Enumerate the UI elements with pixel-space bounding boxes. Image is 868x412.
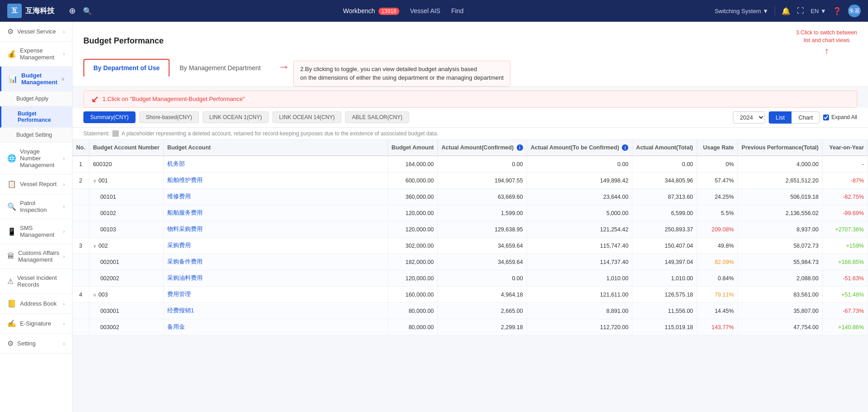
sidebar: ⚙ Vessel Service › 💰 ExpenseManagement ›… [0,22,73,412]
tab-annotation-row: By Department of Use By Management Depar… [83,59,857,86]
cell-actual-confirmed: 4,964.18 [438,287,527,303]
filter-able-sailor[interactable]: ABLE SAILOR(CNY) [345,111,409,123]
sidebar-item-expense-management[interactable]: 💰 ExpenseManagement › [0,42,72,67]
sidebar-label-address-book: Address Book [20,300,57,307]
cell-yoy: -67.73% [823,303,868,319]
filter-link-ocean-1[interactable]: LINK OCEAN 1(CNY) [203,111,269,123]
cell-account-num: ∨003 [89,287,164,303]
cell-no [73,270,89,287]
nav-workbench[interactable]: Workbench 13918 [343,7,399,14]
info-icon-confirmed[interactable]: i [517,144,523,151]
filter-link-ocean-14[interactable]: LINK OCEAN 14(CNY) [272,111,342,123]
budget-icon: 📊 [9,75,18,83]
patrol-icon: 🔍 [7,202,16,211]
main-layout: ⚙ Vessel Service › 💰 ExpenseManagement ›… [0,22,868,412]
cell-account-num: ∨001 [89,172,164,189]
cell-yoy: +159% [823,238,868,254]
logo[interactable]: 互 互海科技 [7,4,54,18]
sidebar-item-budget-performance[interactable]: Budget Performance [0,106,72,128]
cell-account: 船舶服务费用 [163,205,388,221]
cell-actual-total: 11,556.00 [632,303,697,319]
tab-by-mgmt-dept[interactable]: By Management Department [170,59,271,77]
chevron-right-icon2: › [63,51,65,57]
filter-summary-cny[interactable]: Summary(CNY) [83,111,136,123]
cell-actual-total: 344,805.96 [632,172,697,189]
cell-actual-total: 6,599.00 [632,205,697,221]
cell-account-num: 002002 [89,270,164,287]
chart-view-button[interactable]: Chart [791,111,820,124]
sidebar-item-budget-setting[interactable]: Budget Setting [0,128,72,143]
table-row: 4 ∨003 费用管理 160,000.00 4,964.18 121,611.… [73,287,868,303]
bell-icon[interactable]: 🔔 [781,7,790,15]
incident-icon: ⚠ [7,277,14,286]
sidebar-item-customs[interactable]: 🏛 Customs AffairsManagement › [0,244,72,269]
sidebar-item-esignature[interactable]: ✍ E-Signature › [0,314,72,334]
chevron-right-icon5: › [63,204,65,209]
lang-selector[interactable]: EN ▼ [810,8,826,14]
cell-budget-amount: 160,000.00 [388,287,437,303]
sidebar-item-setting[interactable]: ⚙ Setting › [0,334,72,354]
cell-account: 采购油料费用 [163,270,388,287]
arrow-right-icon: → [278,61,290,72]
table-row: 00102 船舶服务费用 120,000.00 1,599.00 5,000.0… [73,205,868,221]
sidebar-label-sms: SMS Management [20,225,59,238]
sidebar-item-address-book[interactable]: 📒 Address Book › [0,294,72,314]
nav-find[interactable]: Find [451,7,463,14]
cell-previous-performance: 35,807.00 [738,303,823,319]
avatar[interactable]: 朱基 [848,5,861,17]
cell-budget-amount: 360,000.00 [388,189,437,205]
year-select[interactable]: 2024 2023 2022 [733,111,765,124]
cell-account-num: 00102 [89,205,164,221]
cell-account-num: 600320 [89,156,164,172]
info-icon-to-confirm[interactable]: i [622,144,628,151]
switching-system[interactable]: Switching System ▼ [714,8,768,14]
col-account-num: Budget Account Number [89,140,164,156]
filter-shore-based[interactable]: Shore-based(CNY) [139,111,199,123]
expand-all-label[interactable]: Expand All [823,114,857,120]
nav-vessel-ais[interactable]: Vessel AIS [410,7,441,14]
sidebar-item-budget-apply[interactable]: Budget Apply [0,91,72,106]
cell-account: 船舶维护费用 [163,172,388,189]
list-view-button[interactable]: List [769,111,791,124]
cell-actual-to-confirm: 149,898.42 [527,172,632,189]
cell-no: 4 [73,287,89,303]
plus-circle-icon[interactable]: ⊕ [69,6,76,16]
sidebar-item-voyage-number[interactable]: 🌐 Voyage NumberManagement › [0,143,72,174]
chevron-right-icon8: › [63,301,65,307]
cell-actual-to-confirm: 1,010.00 [527,270,632,287]
expand-icon[interactable]: ∨ [93,178,97,183]
search-icon[interactable]: 🔍 [83,7,92,15]
cell-actual-total: 150,407.04 [632,238,697,254]
sidebar-item-vessel-incident[interactable]: ⚠ Vessel Incident Records [0,269,72,294]
expand-icon[interactable]: ∨ [93,243,97,249]
fullscreen-icon[interactable]: ⛶ [797,7,804,15]
expand-all-checkbox[interactable] [823,115,829,120]
table-row: 1 600320 机务部 164,000.00 0.00 0.00 0.00 0… [73,156,868,172]
sidebar-item-vessel-report[interactable]: 📋 Vessel Report › [0,174,72,194]
sidebar-item-patrol[interactable]: 🔍 Patrol Inspection › [0,194,72,219]
cell-yoy: -51.63% [823,270,868,287]
cell-usage-rate: 209.08% [697,221,738,238]
vessel-report-icon: 📋 [7,180,16,188]
table-row: 003002 备用金 80,000.00 2,299.18 112,720.00… [73,319,868,335]
workbench-badge: 13918 [378,8,399,15]
cell-no: 2 [73,172,89,189]
cell-actual-to-confirm: 121,254.42 [527,221,632,238]
sidebar-item-sms[interactable]: 📱 SMS Management › [0,219,72,244]
cell-account-num: 002001 [89,254,164,270]
cell-actual-confirmed: 129,638.95 [438,221,527,238]
sidebar-label-vessel-service: Vessel Service [17,28,56,35]
cell-account-num: ∨002 [89,238,164,254]
tab-by-dept-use[interactable]: By Department of Use [83,59,170,77]
cell-usage-rate: 0% [697,156,738,172]
cell-no [73,205,89,221]
filter-row: Summary(CNY) Shore-based(CNY) LINK OCEAN… [73,108,868,128]
annotation-2-text: 2.By clicking to toggle, you can view de… [293,61,510,86]
help-icon[interactable]: ❓ [833,7,842,15]
cell-no [73,189,89,205]
sidebar-item-budget-management[interactable]: 📊 BudgetManagement ∨ [0,67,72,91]
cell-actual-total: 0.00 [632,156,697,172]
top-nav: 互 互海科技 ⊕ 🔍 Workbench 13918 Vessel AIS Fi… [0,0,868,22]
expand-icon[interactable]: ∨ [93,292,97,297]
sidebar-item-vessel-service[interactable]: ⚙ Vessel Service › [0,22,72,42]
